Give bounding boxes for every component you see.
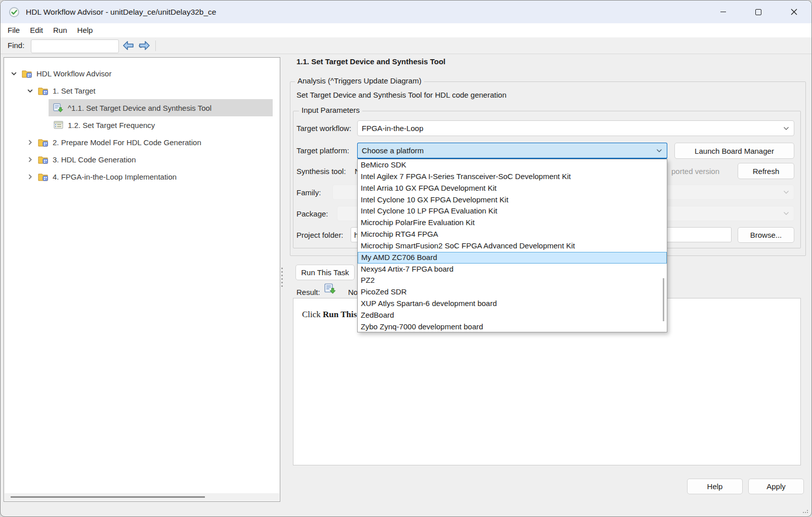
- dropdown-item[interactable]: PZ2: [358, 275, 667, 286]
- tree-item-label: 1. Set Target: [53, 87, 96, 95]
- refresh-button[interactable]: Refresh: [738, 163, 794, 179]
- close-icon: [791, 9, 797, 15]
- target-platform-dropdown-list: BeMicro SDK Intel Agilex 7 FPGA I-Series…: [357, 159, 667, 332]
- apply-button[interactable]: Apply: [748, 479, 804, 494]
- chevron-collapsed-icon[interactable]: [25, 139, 34, 146]
- find-previous-button[interactable]: [122, 39, 135, 52]
- tree-item-label: 4. FPGA-in-the-Loop Implementation: [53, 173, 177, 181]
- tree-item-label: ^1.1. Set Target Device and Synthesis To…: [68, 104, 211, 112]
- synthesis-tool-label: Synthesis tool:: [296, 167, 346, 176]
- panel-splitter-handle[interactable]: [281, 268, 283, 287]
- synthesis-version-note: ported version: [671, 167, 719, 176]
- target-workflow-select[interactable]: FPGA-in-the-Loop: [357, 120, 794, 136]
- menu-file[interactable]: File: [3, 23, 25, 37]
- tree-item-fil-implementation[interactable]: 4. FPGA-in-the-Loop Implementation: [25, 168, 280, 185]
- dropdown-item[interactable]: ZedBoard: [358, 310, 667, 321]
- help-button[interactable]: Help: [687, 479, 743, 494]
- arrow-left-icon: [122, 39, 135, 52]
- project-folder-label: Project folder:: [296, 231, 344, 239]
- task-run-icon: [324, 283, 336, 296]
- body-text-bold: Run This: [323, 310, 357, 319]
- tree-item-label: 3. HDL Code Generation: [53, 155, 136, 164]
- chevron-collapsed-icon[interactable]: [25, 174, 34, 180]
- chevron-down-icon: [783, 211, 789, 216]
- find-combobox[interactable]: [31, 39, 119, 53]
- chevron-down-icon: [656, 149, 662, 153]
- window-controls: [711, 1, 805, 23]
- dropdown-item[interactable]: Zybo Zynq-7000 development board: [358, 321, 667, 333]
- target-platform-value: Choose a platform: [358, 146, 656, 155]
- tree-item-set-target[interactable]: 1. Set Target: [25, 82, 280, 99]
- find-toolbar: Find:: [1, 37, 811, 54]
- tree-item-set-target-frequency[interactable]: 1.2. Set Target Frequency: [49, 116, 280, 134]
- dropdown-item-selected[interactable]: My AMD ZC706 Board: [358, 252, 667, 264]
- close-button[interactable]: [782, 4, 805, 21]
- workflow-folder-icon: [21, 69, 32, 78]
- target-platform-label: Target platform:: [296, 146, 349, 155]
- dropdown-item[interactable]: Microchip PolarFire Evaluation Kit: [358, 217, 667, 229]
- tree-item-label: HDL Workflow Advisor: [36, 69, 111, 78]
- dropdown-item[interactable]: Microchip SmartFusion2 SoC FPGA Advanced…: [358, 240, 667, 252]
- find-label: Find:: [8, 41, 24, 50]
- toolbar-separator: [155, 40, 156, 51]
- workflow-folder-icon: [37, 87, 49, 95]
- tree-item-label: 1.2. Set Target Frequency: [68, 121, 155, 130]
- tree-item-hdl-code-generation[interactable]: 3. HDL Code Generation: [25, 151, 280, 168]
- dropdown-item[interactable]: Intel Cyclone 10 LP FPGA Evaluation Kit: [358, 205, 667, 217]
- tree-item-set-target-device-selected[interactable]: ^1.1. Set Target Device and Synthesis To…: [49, 99, 273, 116]
- menu-edit[interactable]: Edit: [25, 23, 48, 37]
- find-next-button[interactable]: [138, 39, 151, 52]
- target-platform-select[interactable]: Choose a platform: [357, 143, 667, 159]
- dropdown-item[interactable]: PicoZed SDR: [358, 286, 667, 298]
- dropdown-item[interactable]: BeMicro SDK: [358, 159, 667, 171]
- task-run-icon: [53, 103, 64, 113]
- family-label: Family:: [296, 188, 321, 197]
- window-resize-grip[interactable]: [803, 508, 808, 513]
- titlebar: HDL Workflow Advisor - unitDelay_ce/unit…: [1, 1, 811, 23]
- package-label: Package:: [296, 209, 328, 218]
- body-text-prefix: Click: [302, 310, 323, 319]
- minimize-button[interactable]: [711, 4, 735, 21]
- maximize-icon: [755, 9, 761, 15]
- hdl-workflow-advisor-window: HDL Workflow Advisor - unitDelay_ce/unit…: [0, 0, 812, 517]
- tree-horizontal-scrollbar[interactable]: [5, 493, 279, 501]
- launch-board-manager-button[interactable]: Launch Board Manager: [674, 143, 794, 159]
- chevron-down-icon: [783, 126, 789, 131]
- chevron-expanded-icon[interactable]: [9, 70, 18, 77]
- dropdown-item[interactable]: Intel Agilex 7 FPGA I-Series Transceiver…: [358, 171, 667, 183]
- result-label: Result:: [296, 288, 320, 296]
- analysis-groupbox-label: Analysis (^Triggers Update Diagram): [295, 76, 424, 85]
- target-workflow-value: FPGA-in-the-Loop: [358, 124, 783, 133]
- workflow-tree-panel: HDL Workflow Advisor 1. Set Target ^1.1.…: [4, 57, 280, 502]
- menubar: File Edit Run Help: [1, 23, 811, 37]
- task-heading: 1.1. Set Target Device and Synthesis Too…: [296, 57, 446, 66]
- window-title: HDL Workflow Advisor - unitDelay_ce/unit…: [26, 8, 216, 17]
- chevron-collapsed-icon[interactable]: [25, 156, 34, 163]
- dropdown-item[interactable]: Nexys4 Artix-7 FPGA board: [358, 264, 667, 275]
- dropdown-scrollbar-thumb[interactable]: [663, 278, 664, 321]
- tree-scrollbar-thumb[interactable]: [11, 496, 205, 498]
- chevron-down-icon: [783, 190, 789, 194]
- workflow-folder-icon: [37, 173, 49, 181]
- menu-run[interactable]: Run: [48, 23, 72, 37]
- browse-button[interactable]: Browse...: [738, 227, 794, 243]
- menu-help[interactable]: Help: [72, 23, 98, 37]
- dropdown-item[interactable]: XUP Atlys Spartan-6 development board: [358, 298, 667, 310]
- dropdown-item[interactable]: Intel Cyclone 10 GX FPGA Development Kit: [358, 194, 667, 206]
- chevron-expanded-icon[interactable]: [25, 88, 34, 94]
- app-check-icon: [9, 7, 20, 18]
- arrow-right-icon: [138, 39, 151, 52]
- dropdown-item[interactable]: Intel Arria 10 GX FPGA Development Kit: [358, 183, 667, 194]
- workflow-folder-icon: [37, 138, 49, 147]
- target-workflow-label: Target workflow:: [296, 124, 351, 133]
- run-this-task-button[interactable]: Run This Task: [295, 265, 355, 280]
- tree-item-hdl-workflow-advisor[interactable]: HDL Workflow Advisor: [9, 65, 280, 82]
- maximize-button[interactable]: [747, 4, 770, 21]
- dropdown-item[interactable]: Microchip RTG4 FPGA: [358, 229, 667, 240]
- tree-item-label: 2. Prepare Model For HDL Code Generation: [53, 138, 201, 147]
- tree-item-prepare-model[interactable]: 2. Prepare Model For HDL Code Generation: [25, 134, 280, 151]
- task-description: Set Target Device and Synthesis Tool for…: [296, 91, 506, 99]
- list-icon: [53, 121, 64, 129]
- minimize-icon: [720, 12, 726, 13]
- input-parameters-groupbox-label: Input Parameters: [299, 106, 362, 114]
